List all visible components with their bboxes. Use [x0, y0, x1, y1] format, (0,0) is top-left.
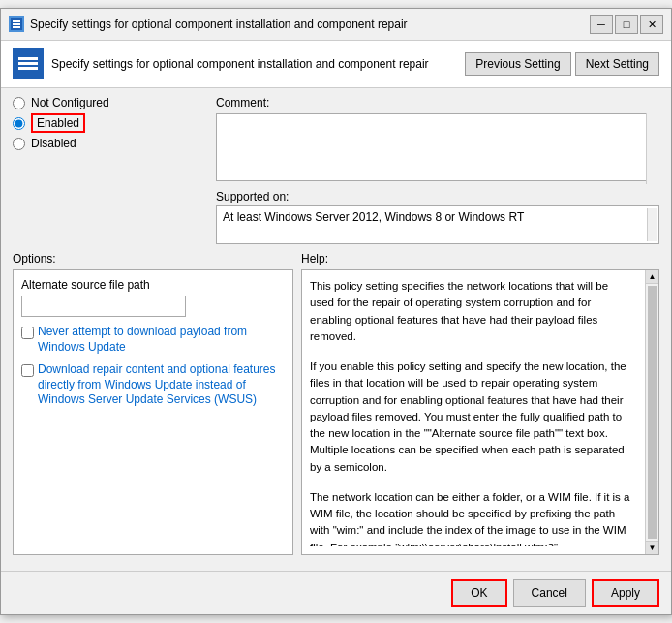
svg-rect-5 [18, 62, 38, 65]
scrollbar-up-arrow[interactable]: ▲ [646, 270, 658, 284]
alt-source-input[interactable] [21, 296, 186, 317]
bottom-bar: OK Cancel Apply [1, 571, 671, 614]
comment-textarea[interactable] [216, 113, 659, 181]
not-configured-radio[interactable] [13, 97, 25, 109]
top-section: Not Configured Enabled Disabled Comment: [13, 96, 659, 244]
scrollbar-thumb[interactable] [648, 286, 657, 539]
minimize-button[interactable]: ─ [590, 15, 613, 34]
enabled-radio[interactable] [13, 117, 25, 130]
cancel-button[interactable]: Cancel [513, 579, 586, 607]
not-configured-label: Not Configured [31, 96, 109, 109]
enabled-label: Enabled [31, 113, 85, 133]
radio-section: Not Configured Enabled Disabled [13, 96, 216, 244]
svg-rect-7 [18, 57, 38, 60]
ok-button[interactable]: OK [451, 579, 506, 607]
header-icon [13, 48, 44, 79]
disabled-radio[interactable] [13, 138, 25, 150]
supported-value: At least Windows Server 2012, Windows 8 … [223, 210, 524, 224]
svg-rect-6 [18, 67, 38, 70]
disabled-row: Disabled [13, 137, 216, 150]
svg-rect-1 [13, 23, 20, 25]
main-content: Not Configured Enabled Disabled Comment: [1, 88, 671, 563]
help-text-3: The network location can be either a fol… [310, 489, 635, 546]
options-panel: Options: Alternate source file path Neve… [13, 252, 293, 555]
title-bar-controls: ─ □ ✕ [590, 15, 663, 34]
alt-source-label: Alternate source file path [21, 278, 285, 292]
title-bar-text: Specify settings for optional component … [30, 17, 408, 31]
close-button[interactable]: ✕ [640, 15, 663, 34]
never-download-checkbox[interactable] [21, 327, 34, 339]
help-panel: Help: This policy setting specifies the … [301, 252, 659, 555]
disabled-label: Disabled [31, 137, 76, 150]
svg-rect-3 [13, 20, 20, 22]
options-title: Options: [13, 252, 293, 265]
enabled-row: Enabled [13, 113, 216, 133]
maximize-button[interactable]: □ [615, 15, 638, 34]
supported-scrollbar [647, 208, 657, 241]
next-setting-button[interactable]: Next Setting [575, 52, 659, 76]
comment-label: Comment: [216, 96, 659, 109]
right-section: Comment: Supported on: At least Windows … [216, 96, 659, 244]
help-title: Help: [301, 252, 659, 265]
previous-setting-button[interactable]: Previous Setting [465, 52, 570, 76]
supported-box: At least Windows Server 2012, Windows 8 … [216, 205, 659, 244]
help-box: This policy setting specifies the networ… [301, 269, 659, 555]
download-direct-label: Download repair content and optional fea… [38, 362, 285, 408]
supported-label: Supported on: [216, 190, 659, 203]
help-text: This policy setting specifies the networ… [310, 278, 635, 345]
title-bar-icon [9, 16, 24, 32]
title-bar: Specify settings for optional component … [1, 9, 671, 41]
dialog: Specify settings for optional component … [0, 8, 672, 615]
options-help-row: Options: Alternate source file path Neve… [13, 252, 659, 555]
header-buttons: Previous Setting Next Setting [465, 52, 659, 76]
comment-scrollbar [646, 113, 659, 184]
header-banner-text: Specify settings for optional component … [51, 57, 465, 71]
supported-section: Supported on: At least Windows Server 20… [216, 190, 659, 244]
checkbox1-row: Never attempt to download payload from W… [21, 325, 285, 355]
never-download-label: Never attempt to download payload from W… [38, 325, 285, 355]
not-configured-row: Not Configured [13, 96, 216, 109]
header-banner: Specify settings for optional component … [1, 41, 671, 88]
help-text-2: If you enable this policy setting and sp… [310, 358, 635, 476]
checkbox2-row: Download repair content and optional fea… [21, 362, 285, 408]
options-box: Alternate source file path Never attempt… [13, 269, 293, 555]
help-scrollbar[interactable]: ▲ ▼ [645, 270, 658, 554]
svg-rect-2 [13, 26, 20, 28]
apply-button[interactable]: Apply [592, 579, 659, 607]
scrollbar-down-arrow[interactable]: ▼ [646, 541, 658, 554]
comment-section: Comment: [216, 96, 659, 184]
download-direct-checkbox[interactable] [21, 364, 34, 377]
